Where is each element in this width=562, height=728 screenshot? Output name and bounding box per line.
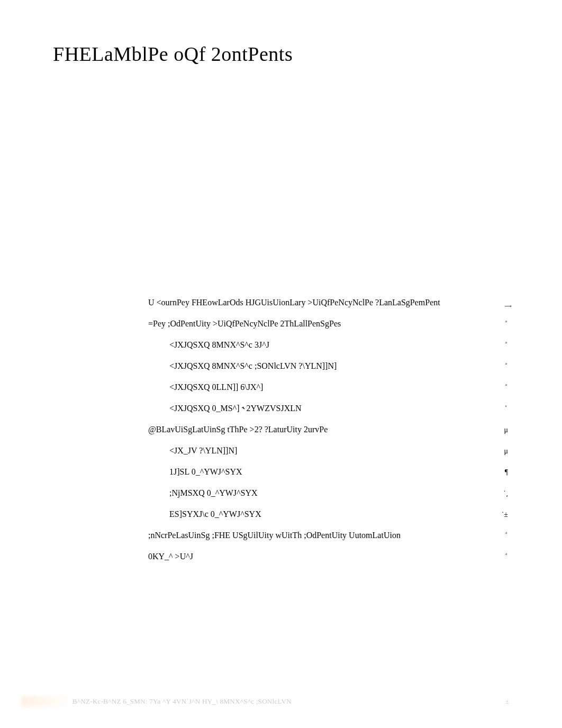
toc-page-number: ͣ xyxy=(487,361,508,372)
toc-page-number: ¶ xyxy=(487,467,508,478)
toc-row: <JXJQSXQ 0_MS^] ˞ 2YWZVSJXLNͤ xyxy=(148,402,508,415)
toc-page-number: ͩ xyxy=(487,551,508,562)
toc-label: 1J]SL 0_^YWJ^SYX xyxy=(148,466,487,478)
toc-page-number: μ xyxy=(487,445,508,457)
toc-label: 0KY_^ >U^J xyxy=(148,550,487,563)
toc-label: <JXJQSXQ 0_MS^] ˞ 2YWZVSJXLN xyxy=(148,402,487,415)
toc-row: 1J]SL 0_^YWJ^SYX¶ xyxy=(148,466,508,478)
toc-label: ES]SYXJ\c 0_^YWJ^SYX xyxy=(148,508,487,521)
page-title: FHELaMblPe oQf 2ontPents xyxy=(53,42,562,66)
toc-label: <JXJQSXQ 0LLN]] 6\JX^] xyxy=(148,381,487,394)
toc-page-number: ͣ xyxy=(487,340,508,351)
toc-label: @BLavUiSgLatUinSg tThPe >2? ?LaturUity 2… xyxy=(148,423,487,436)
toc-row: ;nNcrPeLasUinSg ;FHE USgUilUity wUitTh ;… xyxy=(148,529,508,542)
toc-row: <JX_JV ?\YLN]]N]μ xyxy=(148,444,508,457)
toc-page-number: ͤ xyxy=(487,403,508,414)
toc-label: U <ournPey FHEowLarOds HJGUisUionLary >U… xyxy=(148,296,487,309)
toc-label: <JXJQSXQ 8MNX^S^c ;SONlcLVN ?\YLN]]N] xyxy=(148,360,487,372)
footer: B^NZ-Kc-B^NZ 6_SMN: 7Ya ^Y 4VN`J^N HY_\ … xyxy=(0,696,562,707)
toc-page-number: ˙± xyxy=(487,509,508,520)
toc-label: =Pey ;OdPentUity >UiQfPeNcyNclPe 2ThLall… xyxy=(148,317,487,330)
toc-row: =Pey ;OdPentUity >UiQfPeNcyNclPe 2ThLall… xyxy=(148,317,508,330)
toc-row: ES]SYXJ\c 0_^YWJ^SYX˙± xyxy=(148,508,508,521)
toc-row: U <ournPey FHEowLarOds HJGUisUionLary >U… xyxy=(148,296,508,309)
toc-page-number: ͣ xyxy=(487,319,508,330)
table-of-contents: U <ournPey FHEowLarOds HJGUisUionLary >U… xyxy=(148,296,508,571)
toc-label: <JX_JV ?\YLN]]N] xyxy=(148,444,487,457)
toc-page-number: μ xyxy=(487,424,508,435)
toc-row: <JXJQSXQ 0LLN]] 6\JX^]ͣ xyxy=(148,381,508,394)
toc-page-number: ͢ xyxy=(487,297,508,308)
toc-row: <JXJQSXQ 8MNX^S^c ;SONlcLVN ?\YLN]]N]ͣ xyxy=(148,360,508,372)
toc-row: ;NjMSXQ 0_^YWJ^SYX˙͵ xyxy=(148,487,508,499)
toc-page-number: ͣ xyxy=(487,382,508,393)
toc-label: <JXJQSXQ 8MNX^S^c 3J^J xyxy=(148,339,487,351)
footer-blur-mark xyxy=(21,696,66,707)
toc-row: 0KY_^ >U^Jͩ xyxy=(148,550,508,563)
footer-page-number: ± xyxy=(505,697,509,706)
toc-page-number: ͩ xyxy=(487,530,508,541)
toc-row: @BLavUiSgLatUinSg tThPe >2? ?LaturUity 2… xyxy=(148,423,508,436)
toc-row: <JXJQSXQ 8MNX^S^c 3J^Jͣ xyxy=(148,339,508,351)
toc-label: ;nNcrPeLasUinSg ;FHE USgUilUity wUitTh ;… xyxy=(148,529,487,542)
toc-page-number: ˙͵ xyxy=(487,488,508,499)
footer-text: B^NZ-Kc-B^NZ 6_SMN: 7Ya ^Y 4VN`J^N HY_\ … xyxy=(72,697,505,706)
toc-label: ;NjMSXQ 0_^YWJ^SYX xyxy=(148,487,487,499)
